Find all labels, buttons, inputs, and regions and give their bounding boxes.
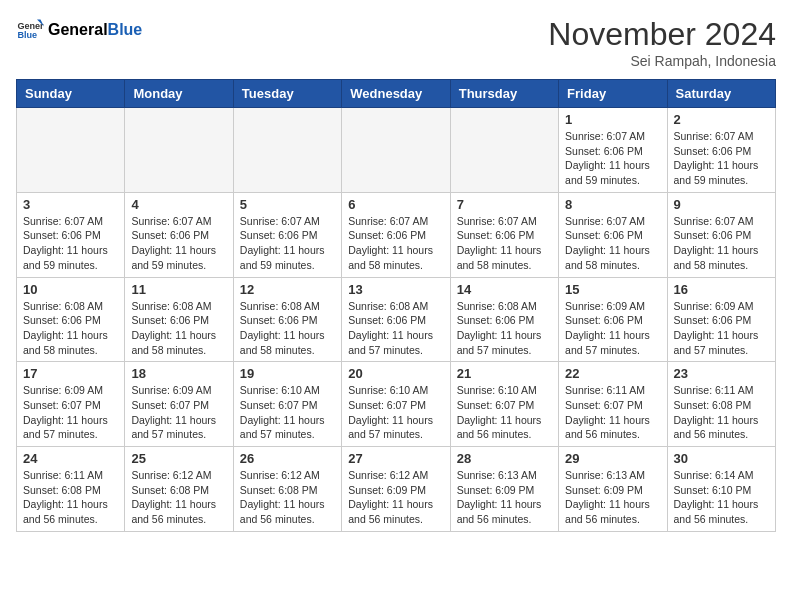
day-info: Sunrise: 6:07 AMSunset: 6:06 PMDaylight:…	[23, 214, 118, 273]
day-number: 21	[457, 366, 552, 381]
day-number: 6	[348, 197, 443, 212]
calendar-cell: 10Sunrise: 6:08 AMSunset: 6:06 PMDayligh…	[17, 277, 125, 362]
day-number: 25	[131, 451, 226, 466]
day-number: 20	[348, 366, 443, 381]
calendar-cell: 7Sunrise: 6:07 AMSunset: 6:06 PMDaylight…	[450, 192, 558, 277]
svg-text:Blue: Blue	[17, 30, 37, 40]
calendar-week-row: 3Sunrise: 6:07 AMSunset: 6:06 PMDaylight…	[17, 192, 776, 277]
calendar-cell: 22Sunrise: 6:11 AMSunset: 6:07 PMDayligh…	[559, 362, 667, 447]
day-info: Sunrise: 6:07 AMSunset: 6:06 PMDaylight:…	[565, 214, 660, 273]
day-number: 30	[674, 451, 769, 466]
day-number: 12	[240, 282, 335, 297]
calendar-cell: 24Sunrise: 6:11 AMSunset: 6:08 PMDayligh…	[17, 447, 125, 532]
day-info: Sunrise: 6:09 AMSunset: 6:06 PMDaylight:…	[565, 299, 660, 358]
day-info: Sunrise: 6:07 AMSunset: 6:06 PMDaylight:…	[674, 214, 769, 273]
day-number: 5	[240, 197, 335, 212]
calendar-cell	[125, 108, 233, 193]
calendar-cell: 15Sunrise: 6:09 AMSunset: 6:06 PMDayligh…	[559, 277, 667, 362]
day-number: 15	[565, 282, 660, 297]
calendar-cell	[233, 108, 341, 193]
day-number: 18	[131, 366, 226, 381]
weekday-header-saturday: Saturday	[667, 80, 775, 108]
day-number: 29	[565, 451, 660, 466]
weekday-header-thursday: Thursday	[450, 80, 558, 108]
day-info: Sunrise: 6:09 AMSunset: 6:06 PMDaylight:…	[674, 299, 769, 358]
calendar-cell: 13Sunrise: 6:08 AMSunset: 6:06 PMDayligh…	[342, 277, 450, 362]
calendar-cell: 18Sunrise: 6:09 AMSunset: 6:07 PMDayligh…	[125, 362, 233, 447]
day-info: Sunrise: 6:11 AMSunset: 6:08 PMDaylight:…	[674, 383, 769, 442]
day-number: 16	[674, 282, 769, 297]
location: Sei Rampah, Indonesia	[548, 53, 776, 69]
calendar-cell	[450, 108, 558, 193]
day-info: Sunrise: 6:10 AMSunset: 6:07 PMDaylight:…	[348, 383, 443, 442]
day-number: 8	[565, 197, 660, 212]
day-number: 9	[674, 197, 769, 212]
logo: General Blue GeneralBlue	[16, 16, 142, 44]
calendar-cell: 28Sunrise: 6:13 AMSunset: 6:09 PMDayligh…	[450, 447, 558, 532]
page-header: General Blue GeneralBlue November 2024 S…	[16, 16, 776, 69]
day-number: 14	[457, 282, 552, 297]
day-info: Sunrise: 6:07 AMSunset: 6:06 PMDaylight:…	[240, 214, 335, 273]
day-number: 17	[23, 366, 118, 381]
day-info: Sunrise: 6:12 AMSunset: 6:09 PMDaylight:…	[348, 468, 443, 527]
calendar-cell: 5Sunrise: 6:07 AMSunset: 6:06 PMDaylight…	[233, 192, 341, 277]
day-number: 22	[565, 366, 660, 381]
day-info: Sunrise: 6:09 AMSunset: 6:07 PMDaylight:…	[131, 383, 226, 442]
day-number: 24	[23, 451, 118, 466]
logo-general: General	[48, 21, 108, 38]
day-number: 27	[348, 451, 443, 466]
calendar-cell: 14Sunrise: 6:08 AMSunset: 6:06 PMDayligh…	[450, 277, 558, 362]
weekday-header-sunday: Sunday	[17, 80, 125, 108]
calendar-body: 1Sunrise: 6:07 AMSunset: 6:06 PMDaylight…	[17, 108, 776, 532]
day-number: 13	[348, 282, 443, 297]
day-number: 3	[23, 197, 118, 212]
day-info: Sunrise: 6:13 AMSunset: 6:09 PMDaylight:…	[565, 468, 660, 527]
month-title: November 2024	[548, 16, 776, 53]
calendar-cell: 6Sunrise: 6:07 AMSunset: 6:06 PMDaylight…	[342, 192, 450, 277]
day-info: Sunrise: 6:12 AMSunset: 6:08 PMDaylight:…	[240, 468, 335, 527]
day-info: Sunrise: 6:08 AMSunset: 6:06 PMDaylight:…	[457, 299, 552, 358]
day-number: 11	[131, 282, 226, 297]
calendar-cell: 2Sunrise: 6:07 AMSunset: 6:06 PMDaylight…	[667, 108, 775, 193]
weekday-header-friday: Friday	[559, 80, 667, 108]
calendar-cell: 3Sunrise: 6:07 AMSunset: 6:06 PMDaylight…	[17, 192, 125, 277]
day-info: Sunrise: 6:07 AMSunset: 6:06 PMDaylight:…	[131, 214, 226, 273]
calendar-week-row: 1Sunrise: 6:07 AMSunset: 6:06 PMDaylight…	[17, 108, 776, 193]
calendar-week-row: 10Sunrise: 6:08 AMSunset: 6:06 PMDayligh…	[17, 277, 776, 362]
day-info: Sunrise: 6:07 AMSunset: 6:06 PMDaylight:…	[674, 129, 769, 188]
calendar-cell	[17, 108, 125, 193]
title-block: November 2024 Sei Rampah, Indonesia	[548, 16, 776, 69]
weekday-header-monday: Monday	[125, 80, 233, 108]
calendar-cell: 16Sunrise: 6:09 AMSunset: 6:06 PMDayligh…	[667, 277, 775, 362]
day-info: Sunrise: 6:07 AMSunset: 6:06 PMDaylight:…	[565, 129, 660, 188]
calendar-cell: 11Sunrise: 6:08 AMSunset: 6:06 PMDayligh…	[125, 277, 233, 362]
day-info: Sunrise: 6:09 AMSunset: 6:07 PMDaylight:…	[23, 383, 118, 442]
day-number: 7	[457, 197, 552, 212]
calendar-week-row: 17Sunrise: 6:09 AMSunset: 6:07 PMDayligh…	[17, 362, 776, 447]
logo-blue: Blue	[108, 21, 143, 38]
calendar-cell: 17Sunrise: 6:09 AMSunset: 6:07 PMDayligh…	[17, 362, 125, 447]
day-info: Sunrise: 6:12 AMSunset: 6:08 PMDaylight:…	[131, 468, 226, 527]
day-info: Sunrise: 6:08 AMSunset: 6:06 PMDaylight:…	[23, 299, 118, 358]
calendar: SundayMondayTuesdayWednesdayThursdayFrid…	[16, 79, 776, 532]
calendar-cell: 8Sunrise: 6:07 AMSunset: 6:06 PMDaylight…	[559, 192, 667, 277]
day-number: 28	[457, 451, 552, 466]
day-number: 4	[131, 197, 226, 212]
calendar-cell: 30Sunrise: 6:14 AMSunset: 6:10 PMDayligh…	[667, 447, 775, 532]
calendar-cell: 1Sunrise: 6:07 AMSunset: 6:06 PMDaylight…	[559, 108, 667, 193]
day-number: 10	[23, 282, 118, 297]
calendar-cell: 23Sunrise: 6:11 AMSunset: 6:08 PMDayligh…	[667, 362, 775, 447]
weekday-header-tuesday: Tuesday	[233, 80, 341, 108]
calendar-cell: 26Sunrise: 6:12 AMSunset: 6:08 PMDayligh…	[233, 447, 341, 532]
weekday-header-wednesday: Wednesday	[342, 80, 450, 108]
day-info: Sunrise: 6:07 AMSunset: 6:06 PMDaylight:…	[457, 214, 552, 273]
calendar-cell: 12Sunrise: 6:08 AMSunset: 6:06 PMDayligh…	[233, 277, 341, 362]
calendar-cell: 9Sunrise: 6:07 AMSunset: 6:06 PMDaylight…	[667, 192, 775, 277]
day-info: Sunrise: 6:14 AMSunset: 6:10 PMDaylight:…	[674, 468, 769, 527]
day-number: 2	[674, 112, 769, 127]
day-number: 23	[674, 366, 769, 381]
calendar-cell: 21Sunrise: 6:10 AMSunset: 6:07 PMDayligh…	[450, 362, 558, 447]
day-info: Sunrise: 6:13 AMSunset: 6:09 PMDaylight:…	[457, 468, 552, 527]
day-info: Sunrise: 6:07 AMSunset: 6:06 PMDaylight:…	[348, 214, 443, 273]
calendar-cell: 19Sunrise: 6:10 AMSunset: 6:07 PMDayligh…	[233, 362, 341, 447]
